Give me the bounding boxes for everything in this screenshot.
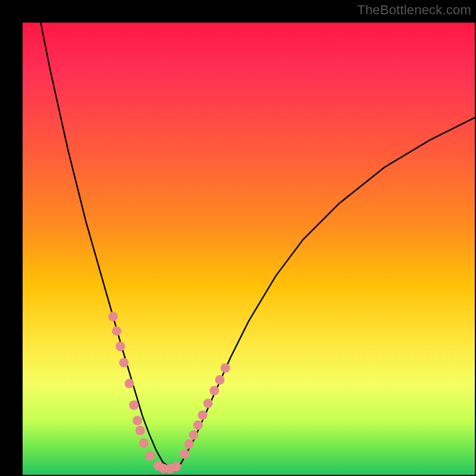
highlight-dot: [115, 342, 125, 351]
highlight-dot: [198, 411, 208, 420]
chart-overlay: [23, 23, 475, 475]
bottleneck-curve: [40, 23, 475, 469]
highlight-dot: [129, 400, 139, 410]
highlight-dot: [133, 416, 142, 425]
highlight-dot: [124, 379, 134, 389]
highlight-dot: [193, 420, 203, 430]
watermark-text: TheBottleneck.com: [357, 2, 471, 18]
highlight-dots-left: [108, 312, 155, 461]
highlight-dot: [189, 430, 198, 440]
stage: TheBottleneck.com: [0, 0, 476, 476]
highlight-dot: [180, 449, 189, 459]
highlight-dot: [139, 439, 149, 448]
highlight-dot: [203, 399, 213, 408]
highlight-dot: [171, 462, 181, 471]
highlight-dot: [108, 312, 118, 321]
highlight-dots-bottom: [154, 461, 181, 474]
highlight-dot: [119, 358, 129, 368]
highlight-dot: [215, 375, 224, 384]
highlight-dot: [136, 426, 145, 436]
highlight-dot: [184, 439, 194, 449]
highlight-dot: [209, 386, 219, 396]
highlight-dots-right: [180, 364, 230, 459]
highlight-dot: [112, 326, 121, 336]
highlight-dot: [145, 451, 155, 461]
highlight-dot: [221, 364, 230, 373]
